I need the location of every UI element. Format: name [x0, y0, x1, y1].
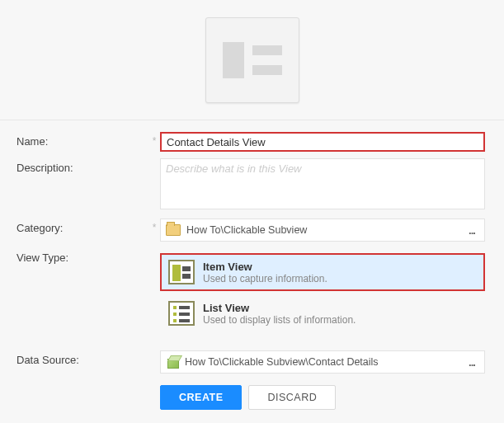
item-view-hero-icon [221, 40, 284, 80]
smartobject-icon [166, 355, 179, 369]
required-star-icon: * [148, 132, 160, 147]
category-label: Category: [16, 219, 148, 234]
name-input[interactable] [160, 132, 485, 152]
list-view-title: List View [203, 302, 356, 314]
item-view-icon [168, 260, 195, 284]
data-source-value: How To\Clickable Subview\Contact Details [185, 356, 459, 368]
ellipsis-icon[interactable]: ... [459, 356, 484, 369]
data-source-picker[interactable]: How To\Clickable Subview\Contact Details… [160, 350, 485, 374]
view-type-label: View Type: [16, 248, 148, 264]
data-source-label: Data Source: [16, 350, 148, 366]
view-type-option-item-view[interactable]: Item View Used to capture information. [160, 253, 485, 291]
list-view-subtitle: Used to display lists of information. [203, 314, 356, 326]
list-view-icon [168, 301, 195, 326]
category-value: How To\Clickable Subview [186, 224, 459, 236]
description-label: Description: [16, 158, 148, 174]
name-label: Name: [16, 132, 148, 148]
view-type-option-list-view[interactable]: List View Used to display lists of infor… [160, 294, 485, 332]
hero-icon-card [205, 17, 299, 103]
hero-area [0, 0, 504, 120]
create-button[interactable]: CREATE [160, 385, 242, 410]
item-view-title: Item View [203, 261, 327, 273]
discard-button[interactable]: DISCARD [248, 385, 336, 410]
folder-icon [166, 224, 181, 236]
ellipsis-icon[interactable]: ... [459, 224, 484, 237]
category-picker[interactable]: How To\Clickable Subview ... [160, 219, 485, 242]
description-textarea[interactable] [160, 158, 485, 209]
required-star-icon: * [148, 219, 160, 233]
item-view-subtitle: Used to capture information. [203, 273, 327, 284]
